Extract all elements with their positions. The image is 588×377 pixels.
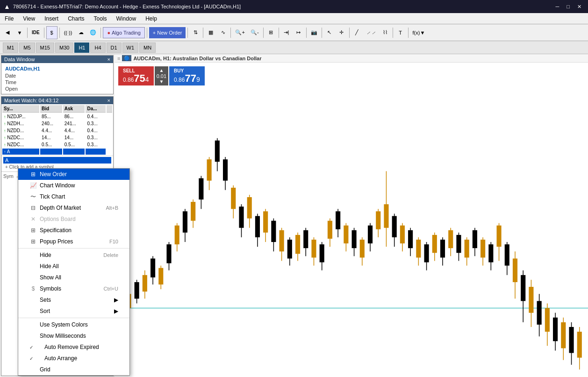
globe-btn[interactable]: 🌐 xyxy=(87,26,99,39)
svg-rect-79 xyxy=(432,235,437,253)
ctx-specification[interactable]: ⊞ Specification xyxy=(18,225,129,236)
svg-rect-89 xyxy=(473,230,477,248)
data-window-close-btn[interactable]: × xyxy=(108,57,110,62)
buy-price: 77 xyxy=(185,73,196,84)
cursor-btn[interactable]: ↖ xyxy=(324,26,335,39)
cloud-btn[interactable]: ☁ xyxy=(75,26,86,39)
mw-col-ask[interactable]: Ask xyxy=(63,105,85,113)
svg-rect-13 xyxy=(166,244,171,263)
sell-price: 75 xyxy=(134,73,145,84)
ide-btn[interactable]: IDE xyxy=(29,26,42,39)
tb-sep-13 xyxy=(349,28,350,38)
tb-sep-6 xyxy=(187,28,188,38)
mw-row-1[interactable]: ↑ NZDH... 240... 241... 0.3... xyxy=(2,121,112,127)
menu-file[interactable]: File xyxy=(0,13,18,24)
ctx-depth-of-market[interactable]: ⊟ Depth Of Market Alt+B xyxy=(18,202,129,213)
ctx-sets[interactable]: Sets ▶ xyxy=(18,294,129,306)
maximize-btn[interactable]: □ xyxy=(564,4,573,10)
bar-chart-btn[interactable]: ▦ xyxy=(205,26,216,39)
indicators-btn[interactable]: f(x)▼ xyxy=(410,26,428,39)
tf-w1[interactable]: W1 xyxy=(122,43,139,53)
grid-ctx-icon xyxy=(29,366,37,373)
fib-btn[interactable]: ⌇⌇ xyxy=(380,26,391,39)
menu-insert[interactable]: Insert xyxy=(40,13,63,24)
svg-rect-55 xyxy=(336,211,340,229)
mw-cell-bid-5 xyxy=(40,149,62,155)
algo-trading-btn[interactable]: ● Algo Trading xyxy=(103,27,144,38)
tf-m1[interactable]: M1 xyxy=(3,43,18,53)
ctx-grid[interactable]: Grid xyxy=(18,364,129,375)
svg-rect-83 xyxy=(448,230,453,248)
mw-row-0[interactable]: ↑ NZDJP... 85... 86... 0.4... xyxy=(2,114,112,120)
qty-down-btn[interactable]: ▼ xyxy=(159,79,164,85)
ctx-tick-chart-label: Tick Chart xyxy=(40,193,65,200)
ctx-tick-chart[interactable]: 〜 Tick Chart xyxy=(18,191,129,202)
tf-d1[interactable]: D1 xyxy=(107,43,122,53)
ctx-spec-label: Specification xyxy=(40,227,72,234)
toolbar: ◀ ▼ IDE $ ((·)) ☁ 🌐 ● Algo Trading + New… xyxy=(0,24,588,41)
mw-col-bid[interactable]: Bid xyxy=(40,105,62,113)
menu-window[interactable]: Window xyxy=(112,13,141,24)
crosshair-btn[interactable]: ✛ xyxy=(336,26,347,39)
menu-help[interactable]: Help xyxy=(141,13,162,24)
ctx-use-system-colors[interactable]: Use System Colors xyxy=(18,319,129,330)
sell-button[interactable]: SELL 0.86 75 4 xyxy=(118,66,154,85)
tf-m5[interactable]: M5 xyxy=(19,43,35,53)
text-btn[interactable]: T xyxy=(395,26,406,39)
new-order-btn[interactable]: + New Order xyxy=(149,27,186,38)
tf-m15[interactable]: M15 xyxy=(36,43,54,53)
sell-decimal: 4 xyxy=(145,76,149,83)
menu-tools[interactable]: Tools xyxy=(89,13,112,24)
account-btn[interactable]: $ xyxy=(46,26,57,39)
mw-selected-row[interactable]: A xyxy=(3,157,111,164)
tf-h1[interactable]: H1 xyxy=(74,43,89,53)
screenshot-btn[interactable]: 📷 xyxy=(308,26,320,39)
channel-btn[interactable]: ⟋⟋ xyxy=(364,26,379,39)
ctx-sort[interactable]: Sort ▶ xyxy=(18,306,129,317)
tf-h4[interactable]: H4 xyxy=(90,43,105,53)
nav-dropdown-btn[interactable]: ▼ xyxy=(14,26,25,39)
line-tool-btn[interactable]: ╱ xyxy=(351,26,363,39)
menu-view[interactable]: View xyxy=(18,13,40,24)
ctx-hide[interactable]: Hide Delete xyxy=(18,249,129,261)
menu-charts[interactable]: Charts xyxy=(63,13,89,24)
zoom-in-btn[interactable]: 🔍+ xyxy=(233,26,247,39)
qty-up-btn[interactable]: ▲ xyxy=(159,68,164,73)
mw-row-5[interactable]: ↑ A xyxy=(2,149,112,155)
ctx-chart-window[interactable]: 📈 Chart Window xyxy=(18,180,129,191)
autoscroll-btn[interactable]: ↦ xyxy=(293,26,304,39)
signal-btn[interactable]: ((·)) xyxy=(62,26,75,39)
tb-sep-2 xyxy=(44,28,44,38)
close-btn[interactable]: ✕ xyxy=(574,4,584,10)
ctx-auto-remove-expired[interactable]: ✓ Auto Remove Expired xyxy=(18,341,129,353)
mw-row-3[interactable]: ↑ NZDC... 14... 14... 0.3... xyxy=(2,135,112,141)
line-chart-btn[interactable]: ∿ xyxy=(217,26,229,39)
ctx-show-all[interactable]: Show All xyxy=(18,272,129,283)
tb-sep-7 xyxy=(203,28,203,38)
minimize-btn[interactable]: ─ xyxy=(553,4,562,10)
symbols-icon: $ xyxy=(29,285,37,292)
ctx-show-milliseconds[interactable]: Show Milliseconds xyxy=(18,330,129,341)
nav-back-btn[interactable]: ◀ xyxy=(2,26,13,39)
mw-close-btn[interactable]: × xyxy=(108,98,110,103)
mw-col-symbol[interactable]: Sy... xyxy=(2,105,39,113)
tf-m30[interactable]: M30 xyxy=(55,43,73,53)
mw-row-2[interactable]: ↑ NZDD... 4.4... 4.4... 0.4... xyxy=(2,128,112,134)
mw-col-daily[interactable]: Da... xyxy=(86,105,106,113)
mw-row-4[interactable]: ↑ NZDC... 0.5... 0.5... 0.3... xyxy=(2,142,112,148)
zoom-out-btn[interactable]: 🔍- xyxy=(248,26,261,39)
svg-rect-95 xyxy=(496,226,501,247)
grid-btn[interactable]: ⊞ xyxy=(265,26,277,39)
buy-button[interactable]: BUY 0.86 77 9 xyxy=(169,66,205,85)
svg-rect-17 xyxy=(183,211,187,232)
ctx-auto-arrange[interactable]: ✓ Auto Arrange xyxy=(18,353,129,364)
data-window-content: AUDCADm,H1 Date Time Open xyxy=(1,63,113,94)
ctx-symbols[interactable]: $ Symbols Ctrl+U xyxy=(18,283,129,294)
ctx-popup-prices[interactable]: ⊞ Popup Prices F10 xyxy=(18,236,129,247)
ctx-new-order[interactable]: ⊞ New Order xyxy=(18,169,129,180)
price-arrow-btn[interactable]: ⇅ xyxy=(190,26,201,39)
chart-canvas[interactable]: SELL 0.86 75 4 ▲ 0.01 ▼ BUY 0.86 xyxy=(115,63,588,374)
scroll-right-btn[interactable]: ⇥| xyxy=(281,26,292,39)
tf-mn[interactable]: MN xyxy=(139,43,156,53)
ctx-hide-all[interactable]: Hide All xyxy=(18,261,129,272)
